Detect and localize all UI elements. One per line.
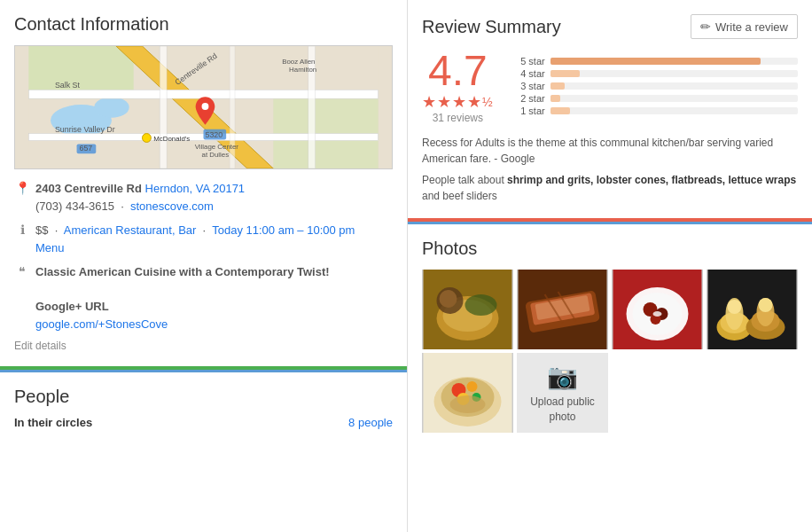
upload-photo-cell[interactable]: 📷 Upload public photo bbox=[517, 353, 608, 433]
address-text: 2403 Centreville Rd Herndon, VA 20171 (7… bbox=[35, 180, 245, 215]
menu-link[interactable]: Menu bbox=[35, 241, 65, 254]
description-text: Classic American Cuisine with a Contempo… bbox=[35, 263, 330, 332]
website-link[interactable]: stonescove.com bbox=[130, 200, 214, 213]
info-row: ℹ $$ · American Restaurant, Bar · Today … bbox=[14, 222, 393, 256]
contact-panel: Contact Information bbox=[0, 0, 407, 370]
photo-2[interactable] bbox=[517, 270, 608, 349]
in-circles-count: 8 people bbox=[348, 416, 393, 429]
svg-text:5320: 5320 bbox=[205, 130, 223, 139]
bars-block: 5 star 4 star 3 star bbox=[511, 56, 798, 118]
people-panel: People In their circles 8 people bbox=[0, 370, 407, 532]
svg-text:657: 657 bbox=[80, 144, 93, 153]
photo-3[interactable] bbox=[612, 270, 703, 349]
svg-point-27 bbox=[202, 103, 209, 110]
review-snippet: Recess for Adults is the theme at this c… bbox=[422, 135, 798, 204]
bar-5star: 5 star bbox=[511, 56, 798, 66]
contact-title: Contact Information bbox=[14, 14, 393, 35]
svg-point-4 bbox=[94, 97, 129, 118]
map-container[interactable]: Centreville Rd Salk St Sunrise Valley Dr… bbox=[14, 45, 393, 169]
svg-point-63 bbox=[450, 395, 486, 413]
bar-1star: 1 star bbox=[511, 106, 798, 116]
photo-5[interactable] bbox=[422, 353, 513, 433]
stars-display: ★★★★½ bbox=[422, 92, 494, 112]
right-column: Review Summary ✏ Write a review 4.7 ★★★★… bbox=[408, 0, 812, 532]
google-plus-link[interactable]: google.com/+StonesCove bbox=[35, 317, 168, 331]
svg-text:at Dulles: at Dulles bbox=[202, 151, 230, 159]
svg-point-60 bbox=[467, 381, 478, 392]
big-rating: 4.7 ★★★★½ 31 reviews bbox=[422, 50, 494, 124]
write-review-label: Write a review bbox=[715, 20, 788, 34]
quote-icon: ❝ bbox=[14, 264, 30, 278]
keywords2: and beef sliders bbox=[422, 190, 497, 202]
rating-number: 4.7 bbox=[422, 50, 494, 92]
photos-grid: 📷 Upload public photo bbox=[422, 270, 798, 433]
write-review-button[interactable]: ✏ Write a review bbox=[691, 14, 798, 39]
phone: (703) 434-3615 bbox=[35, 200, 114, 213]
address-row: 📍 2403 Centreville Rd Herndon, VA 20171 … bbox=[14, 180, 393, 215]
reviews-count: 31 reviews bbox=[422, 112, 494, 124]
svg-point-32 bbox=[440, 290, 457, 308]
svg-text:Salk St: Salk St bbox=[55, 81, 81, 90]
city-state-link[interactable]: Herndon, VA 20171 bbox=[145, 182, 246, 195]
people-talk-label: People talk about bbox=[422, 174, 504, 186]
svg-point-20 bbox=[143, 134, 152, 143]
svg-rect-47 bbox=[708, 270, 797, 349]
camera-icon: 📷 bbox=[547, 362, 578, 391]
svg-point-54 bbox=[728, 300, 742, 314]
keywords: shrimp and grits, lobster cones, flatbre… bbox=[507, 174, 796, 186]
svg-point-55 bbox=[759, 298, 773, 312]
people-title: People bbox=[14, 387, 393, 407]
photos-panel: Photos bbox=[408, 222, 812, 532]
in-circles-label: In their circles bbox=[14, 416, 92, 429]
people-talk-line: People talk about shrimp and grits, lobs… bbox=[422, 172, 798, 204]
bar-3star: 3 star bbox=[511, 81, 798, 91]
bar-4star: 4 star bbox=[511, 68, 798, 79]
svg-text:Village Center: Village Center bbox=[195, 143, 239, 151]
edit-details-link[interactable]: Edit details bbox=[14, 340, 393, 352]
pencil-icon: ✏ bbox=[700, 20, 711, 34]
people-circles-row: In their circles 8 people bbox=[14, 416, 393, 429]
info-text: $$ · American Restaurant, Bar · Today 11… bbox=[35, 222, 355, 256]
category-link[interactable]: American Restaurant, Bar bbox=[64, 223, 197, 237]
location-icon: 📍 bbox=[14, 181, 30, 195]
svg-text:Booz Allen: Booz Allen bbox=[282, 58, 315, 66]
hours: Today 11:00 am – 10:00 pm bbox=[212, 223, 355, 237]
info-icon: ℹ bbox=[14, 223, 30, 237]
svg-point-33 bbox=[465, 294, 497, 316]
description: Classic American Cuisine with a Contempo… bbox=[35, 265, 330, 278]
review-header: Review Summary ✏ Write a review bbox=[422, 14, 798, 39]
review-title: Review Summary bbox=[422, 17, 561, 37]
google-plus-label: Google+ URL bbox=[35, 300, 109, 313]
google-snippet: Recess for Adults is the theme at this c… bbox=[422, 135, 798, 167]
upload-photo-label: Upload public photo bbox=[517, 395, 608, 425]
price-range: $$ bbox=[35, 223, 48, 237]
left-column: Contact Information bbox=[0, 0, 408, 532]
photos-title: Photos bbox=[422, 239, 798, 259]
svg-rect-8 bbox=[160, 46, 167, 168]
rating-block: 4.7 ★★★★½ 31 reviews 5 star 4 star bbox=[422, 50, 798, 124]
photo-4[interactable] bbox=[707, 270, 798, 349]
photo-1[interactable] bbox=[422, 270, 513, 349]
svg-text:McDonald's: McDonald's bbox=[153, 135, 190, 143]
review-panel: Review Summary ✏ Write a review 4.7 ★★★★… bbox=[408, 0, 812, 222]
street-address: 2403 Centreville Rd bbox=[35, 182, 142, 195]
bar-2star: 2 star bbox=[511, 93, 798, 104]
svg-text:Sunrise Valley Dr: Sunrise Valley Dr bbox=[55, 125, 115, 134]
svg-text:Hamilton: Hamilton bbox=[289, 66, 316, 74]
description-row: ❝ Classic American Cuisine with a Contem… bbox=[14, 263, 393, 332]
svg-point-46 bbox=[653, 311, 662, 317]
